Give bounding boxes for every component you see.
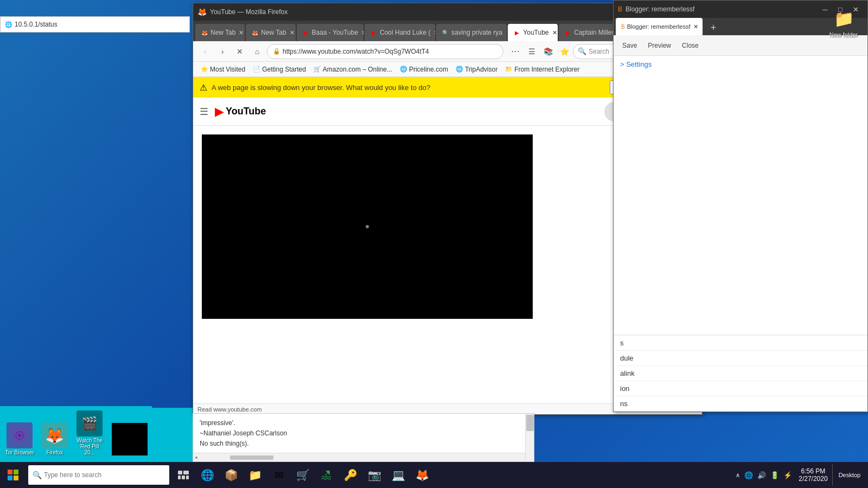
blogger-close-btn2[interactable]: Close <box>678 40 703 52</box>
blogger-active-tab[interactable]: B Blogger: rememberlessf ✕ <box>616 18 703 35</box>
bookmark-tripadvisor[interactable]: 🌐 TripAdvisor <box>452 65 501 74</box>
blogger-side-item-alink[interactable]: alink <box>614 366 867 381</box>
tab-new-tab-1[interactable]: 🦊 New Tab ✕ <box>195 24 245 41</box>
synced-tabs-btn[interactable]: 📚 <box>540 44 556 59</box>
taskbar-store-icon[interactable]: 📦 <box>219 462 243 488</box>
bookmark-getting-started[interactable]: 📄 Getting Started <box>250 65 309 74</box>
star-btn[interactable]: ⭐ <box>557 44 572 59</box>
watch-red-pill-label: Watch The Red Pill 20... <box>74 438 105 455</box>
notification-text: A web page is slowing down your browser.… <box>212 84 605 92</box>
reload-button[interactable]: ✕ <box>232 44 247 59</box>
tab-favicon-4: ▶ <box>370 29 378 36</box>
bookmark-label-1: Getting Started <box>262 66 306 73</box>
forward-button[interactable]: › <box>215 44 230 59</box>
youtube-menu-icon[interactable]: ☰ <box>200 106 208 118</box>
most-visited-icon: ⭐ <box>201 66 208 73</box>
tab-close-1[interactable]: ✕ <box>239 28 244 37</box>
tab-favicon-5: 🔍 <box>442 29 449 36</box>
tray-network-icon[interactable]: 🌐 <box>742 468 755 481</box>
tab-youtube[interactable]: ▶ YouTube ✕ <box>508 24 558 41</box>
taskbar-edge-icon[interactable]: 🌐 <box>195 462 219 488</box>
task-view-button[interactable] <box>171 462 195 488</box>
blogger-tab-favicon: B <box>621 24 625 30</box>
blogger-settings-label[interactable]: > Settings <box>614 56 867 335</box>
blogger-side-item-dule[interactable]: dule <box>614 351 867 366</box>
svg-rect-4 <box>14 470 18 474</box>
tab-close-6[interactable]: ✕ <box>552 28 557 37</box>
svg-rect-7 <box>178 471 182 474</box>
home-button[interactable]: ⌂ <box>250 44 265 59</box>
comment-hscrollbar[interactable] <box>193 453 525 461</box>
firefox-label: Firefox <box>46 450 63 455</box>
reader-mode-btn[interactable]: ☰ <box>524 44 539 59</box>
taskbar-tripadvisor-icon[interactable]: 🏖 <box>315 462 339 488</box>
blogger-side-item-ion[interactable]: ion <box>614 381 867 396</box>
youtube-logo-text: YouTube <box>226 106 266 117</box>
bookmark-most-visited[interactable]: ⭐ Most Visited <box>197 65 248 74</box>
watch-red-pill-icon[interactable]: 🎬 Watch The Red Pill 20... <box>74 410 105 455</box>
svg-rect-3 <box>8 470 12 474</box>
blogger-save-btn[interactable]: Save <box>618 40 641 52</box>
bookmark-priceline[interactable]: 🌐 Priceline.com <box>397 65 451 74</box>
bookmark-label-3: Priceline.com <box>409 66 448 73</box>
bookmark-btn[interactable]: ⋯ <box>508 44 523 59</box>
back-button[interactable]: ‹ <box>197 44 213 59</box>
taskbar-explorer-icon[interactable]: 📁 <box>243 462 267 488</box>
tab-favicon-1: 🦊 <box>201 29 208 36</box>
comment-scrollbar[interactable] <box>525 414 534 461</box>
tripadvisor-icon: 🌐 <box>456 66 463 73</box>
tray-battery-icon[interactable]: 🔋 <box>768 468 781 481</box>
taskbar-photos-icon[interactable]: 📷 <box>362 462 386 488</box>
blogger-new-tab[interactable]: + <box>706 20 721 35</box>
taskbar-mail-icon[interactable]: ✉ <box>267 462 291 488</box>
tab-label-6: YouTube <box>523 29 548 36</box>
mikrotik-address-bar[interactable]: 🌐 10.5.0.1/status <box>0 16 190 33</box>
show-hidden-tray[interactable]: ∧ <box>736 472 740 479</box>
tray-volume-icon[interactable]: 🔊 <box>755 468 768 481</box>
tab-new-tab-2[interactable]: 🦊 New Tab ✕ <box>246 24 295 41</box>
tray-secureline-icon[interactable]: ⚡ <box>781 468 794 481</box>
blogger-tab-close[interactable]: ✕ <box>693 22 698 31</box>
tab-cool-hand-luke[interactable]: ▶ Cool Hand Luke ( ✕ <box>365 24 435 41</box>
tab-saving-private[interactable]: 🔍 saving private rya ✕ <box>436 24 507 41</box>
new-folder-icon[interactable]: 📁 New folder <box>825 5 863 38</box>
youtube-video-player[interactable] <box>202 134 533 319</box>
video-thumbnail <box>112 423 148 455</box>
from-ie-icon: 📁 <box>505 66 513 73</box>
svg-rect-10 <box>182 476 185 479</box>
comment-line-2: ~Nathaniel Joseph CSCarlson <box>200 428 527 439</box>
address-bar[interactable]: 🔒 https://www.youtube.com/watch?v=OqSg7W… <box>267 44 503 59</box>
taskbar-keepass-icon[interactable]: 🔑 <box>339 462 362 488</box>
task-view-icon <box>178 471 189 479</box>
blogger-side-panel: s dule alink ion ns <box>614 335 867 412</box>
firefox-image: 🦊 <box>42 422 68 448</box>
taskbar-vmware-icon[interactable]: 💻 <box>386 462 410 488</box>
bookmark-from-ie[interactable]: 📁 From Internet Explorer <box>502 65 583 74</box>
tor-browser-icon[interactable]: Tor Browser <box>4 422 35 455</box>
tab-close-4[interactable]: ✕ <box>433 28 435 37</box>
start-button[interactable] <box>0 462 26 488</box>
blogger-side-item-1[interactable]: s <box>614 336 867 351</box>
blogger-side-item-ns[interactable]: ns <box>614 396 867 412</box>
taskbar-search-input[interactable] <box>44 471 165 479</box>
youtube-logo[interactable]: ▶ YouTube <box>215 105 266 119</box>
desktop-label[interactable]: Desktop <box>835 472 864 478</box>
tab-close-5[interactable]: ✕ <box>506 28 507 37</box>
bookmark-amazon[interactable]: 🛒 Amazon.com – Online... <box>310 65 395 74</box>
taskbar-firefox-icon[interactable]: 🦊 <box>410 462 434 488</box>
firefox-icon[interactable]: 🦊 Firefox <box>40 422 71 455</box>
windows-logo-icon <box>8 470 18 480</box>
tab-close-3[interactable]: ✕ <box>361 28 363 37</box>
tab-baaa-youtube[interactable]: ▶ Baaa - YouTube ✕ <box>297 24 364 41</box>
tab-close-2[interactable]: ✕ <box>290 28 295 37</box>
taskbar-search[interactable]: 🔍 <box>28 465 169 485</box>
svg-rect-5 <box>8 476 12 480</box>
mikrotik-url: 10.5.0.1/status <box>15 21 58 28</box>
blogger-preview-btn[interactable]: Preview <box>643 40 675 52</box>
tab-label-3: Baaa - YouTube <box>312 29 359 36</box>
folder-icon-label: New folder <box>829 31 858 38</box>
svg-rect-11 <box>186 476 189 479</box>
taskbar-amazon-icon[interactable]: 🛒 <box>291 462 315 488</box>
tab-favicon-3: ▶ <box>302 29 310 36</box>
taskbar-clock[interactable]: 6:56 PM 2/27/2020 <box>794 467 832 483</box>
